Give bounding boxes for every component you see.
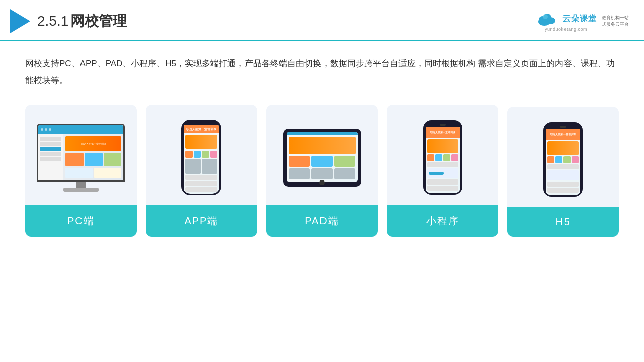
description-text: 网校支持PC、APP、PAD、小程序、H5，实现多端打通，产品各终端自由切换，数… — [25, 55, 619, 89]
svg-point-4 — [543, 14, 548, 19]
brand-slogan: 教育机构一站 式服务云平台 — [602, 15, 629, 27]
app-phone-icon: 职达人的第一堂培训课 — [181, 120, 221, 195]
pc-label: PC端 — [25, 205, 137, 237]
h5-card: 职达人的第一堂培训课 — [507, 107, 619, 237]
main-content: 网校支持PC、APP、PAD、小程序、H5，实现多端打通，产品各终端自由切换，数… — [0, 41, 644, 247]
miniapp-image-area: 职达人的第一堂培训课 — [387, 105, 499, 205]
header-left: 2.5.1网校管理 — [10, 9, 127, 33]
pc-image-area: 职达人的第一堂培训课 — [25, 105, 137, 205]
pad-card: PAD端 — [266, 105, 378, 237]
cards-container: 职达人的第一堂培训课 — [25, 105, 619, 237]
miniapp-phone-icon: 职达人的第一堂培训课 — [423, 120, 462, 195]
brand-name: 云朵课堂 — [562, 14, 597, 24]
page-title: 2.5.1网校管理 — [37, 12, 127, 31]
pc-card: 职达人的第一堂培训课 — [25, 105, 137, 237]
miniapp-card: 职达人的第一堂培训课 — [387, 105, 499, 237]
h5-phone-icon: 职达人的第一堂培训课 — [543, 122, 583, 197]
h5-label: H5 — [507, 207, 619, 237]
header: 2.5.1网校管理 云朵课堂 yunduoketang.com 教育机构一站 式… — [0, 0, 644, 41]
h5-image-area: 职达人的第一堂培训课 — [507, 107, 619, 207]
brand-logo: 云朵课堂 yunduoketang.com — [535, 11, 597, 32]
app-card: 职达人的第一堂培训课 — [146, 105, 258, 237]
section-number: 2.5.1 — [37, 13, 68, 29]
brand-url: yunduoketang.com — [545, 27, 587, 32]
tablet-icon — [283, 129, 361, 187]
pad-image-area — [266, 105, 378, 205]
app-label: APP端 — [146, 205, 258, 237]
pc-monitor-icon: 职达人的第一堂培训课 — [37, 124, 125, 192]
cloud-icon — [535, 11, 559, 27]
app-image-area: 职达人的第一堂培训课 — [146, 105, 258, 205]
header-right: 云朵课堂 yunduoketang.com 教育机构一站 式服务云平台 — [535, 11, 629, 32]
pad-label: PAD端 — [266, 205, 378, 237]
brand-icon: 云朵课堂 — [535, 11, 597, 27]
logo-triangle-icon — [10, 9, 30, 33]
miniapp-label: 小程序 — [387, 205, 499, 237]
